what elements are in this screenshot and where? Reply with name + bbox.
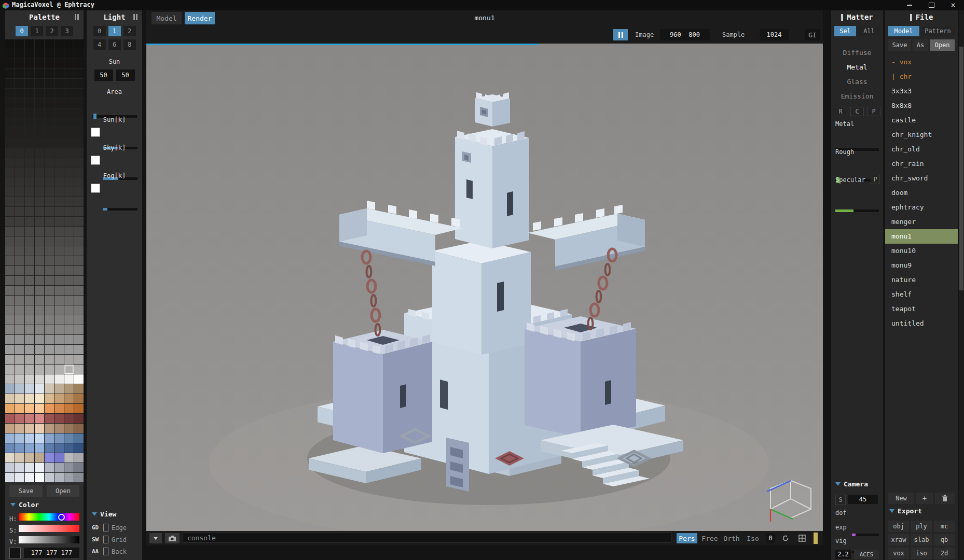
palette-swatch[interactable] <box>35 286 44 295</box>
palette-swatch[interactable] <box>25 473 34 482</box>
palette-tab-3[interactable]: 3 <box>61 26 73 36</box>
palette-swatch[interactable] <box>45 365 54 374</box>
palette-swatch[interactable] <box>15 463 24 472</box>
palette-swatch[interactable] <box>35 167 44 177</box>
palette-swatch[interactable] <box>25 374 34 384</box>
light-tab-6[interactable]: 6 <box>108 39 121 50</box>
palette-swatch[interactable] <box>25 108 34 118</box>
palette-swatch[interactable] <box>15 89 24 98</box>
palette-swatch[interactable] <box>74 414 84 423</box>
palette-swatch[interactable] <box>45 345 54 354</box>
fog-intensity-slider[interactable] <box>103 208 137 211</box>
camera-fov-value[interactable]: 45 <box>848 495 878 504</box>
palette-swatch[interactable] <box>45 266 54 275</box>
palette-swatch[interactable] <box>15 266 24 275</box>
palette-swatch[interactable] <box>54 99 64 108</box>
screenshot-button[interactable] <box>165 533 180 543</box>
export-2d-button[interactable]: 2d <box>934 548 955 559</box>
palette-swatch[interactable] <box>45 138 54 147</box>
palette-swatch[interactable] <box>54 217 64 226</box>
palette-swatch[interactable] <box>64 345 74 354</box>
matter-mode-c[interactable]: C <box>850 107 864 116</box>
palette-swatch[interactable] <box>64 236 74 246</box>
palette-swatch[interactable] <box>64 325 74 334</box>
palette-swatch[interactable] <box>15 99 24 108</box>
palette-swatch[interactable] <box>5 207 15 216</box>
palette-swatch[interactable] <box>35 453 44 463</box>
gi-toggle-button[interactable]: GI <box>805 29 820 40</box>
palette-swatch[interactable] <box>25 424 34 433</box>
palette-swatch[interactable] <box>5 266 15 275</box>
file-folder-item[interactable]: | chr <box>885 69 958 84</box>
palette-swatch[interactable] <box>64 246 74 256</box>
palette-swatch[interactable] <box>54 355 64 364</box>
palette-swatch[interactable] <box>74 128 84 137</box>
palette-swatch[interactable] <box>25 99 34 108</box>
matter-tab-sel[interactable]: Sel <box>834 26 856 36</box>
palette-swatch[interactable] <box>74 365 84 374</box>
matter-type-diffuse[interactable]: Diffuse <box>831 49 883 57</box>
console-marker[interactable] <box>814 533 818 544</box>
palette-swatch[interactable] <box>5 374 15 384</box>
file-item[interactable]: chr_knight <box>885 128 958 142</box>
light-tab-1[interactable]: 1 <box>108 26 121 36</box>
palette-swatch[interactable] <box>64 384 74 394</box>
console-dropdown-button[interactable] <box>149 533 162 543</box>
palette-swatch[interactable] <box>15 424 24 433</box>
palette-swatch[interactable] <box>5 118 15 128</box>
palette-swatch[interactable] <box>45 177 54 187</box>
export-vox-button[interactable]: vox <box>888 548 909 559</box>
color-section-header[interactable]: Color <box>10 501 39 509</box>
panel-menu-icon[interactable] <box>77 14 79 20</box>
palette-swatch[interactable] <box>74 276 84 285</box>
palette-swatch[interactable] <box>74 335 84 344</box>
palette-swatch[interactable] <box>54 167 64 177</box>
palette-swatch[interactable] <box>15 177 24 187</box>
grid-checkbox[interactable] <box>103 536 108 543</box>
palette-swatch[interactable] <box>74 296 84 305</box>
palette-swatch[interactable] <box>74 266 84 275</box>
palette-swatch[interactable] <box>54 325 64 334</box>
palette-swatch[interactable] <box>64 473 74 482</box>
palette-swatch[interactable] <box>5 99 15 108</box>
palette-swatch[interactable] <box>5 217 15 226</box>
export-obj-button[interactable]: obj <box>888 521 909 532</box>
delete-model-button[interactable] <box>935 493 955 504</box>
export-slab-button[interactable]: slab <box>911 534 932 545</box>
view-mode-iso[interactable]: Iso <box>744 533 762 543</box>
console-input[interactable] <box>183 533 671 543</box>
palette-swatch[interactable] <box>54 404 64 413</box>
palette-swatch[interactable] <box>25 365 34 374</box>
palette-swatch[interactable] <box>54 177 64 187</box>
palette-swatch[interactable] <box>45 463 54 472</box>
palette-swatch[interactable] <box>64 256 74 265</box>
palette-swatch[interactable] <box>5 315 15 325</box>
palette-swatch[interactable] <box>74 374 84 384</box>
palette-swatch[interactable] <box>45 404 54 413</box>
palette-swatch[interactable] <box>45 197 54 206</box>
palette-tab-0[interactable]: 0 <box>16 26 28 36</box>
palette-swatch[interactable] <box>64 374 74 384</box>
palette-swatch[interactable] <box>54 158 64 167</box>
palette-swatch[interactable] <box>74 49 84 59</box>
palette-swatch[interactable] <box>5 197 15 206</box>
matter-tab-all[interactable]: All <box>858 26 880 36</box>
palette-swatch[interactable] <box>64 276 74 285</box>
palette-swatch[interactable] <box>15 404 24 413</box>
view-mode-pers[interactable]: Pers <box>677 533 697 543</box>
palette-swatch[interactable] <box>5 433 15 443</box>
hue-marker[interactable] <box>58 514 65 521</box>
palette-swatch[interactable] <box>25 39 34 49</box>
palette-swatch[interactable] <box>54 296 64 305</box>
palette-swatch[interactable] <box>15 345 24 354</box>
file-item[interactable]: nature <box>885 273 958 287</box>
palette-swatch[interactable] <box>45 443 54 453</box>
palette-swatch[interactable] <box>45 286 54 295</box>
specular-p-button[interactable]: P <box>871 175 880 184</box>
palette-swatch[interactable] <box>45 394 54 403</box>
view-mode-free[interactable]: Free <box>699 533 720 543</box>
gamma-value[interactable]: 2.2 <box>835 550 851 559</box>
palette-swatch[interactable] <box>74 443 84 453</box>
palette-swatch[interactable] <box>25 463 34 472</box>
palette-swatch[interactable] <box>64 335 74 344</box>
